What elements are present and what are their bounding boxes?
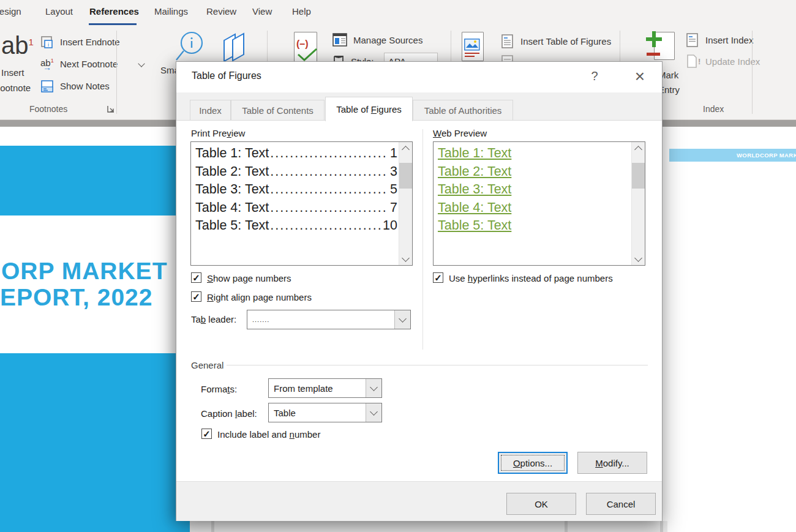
scroll-track[interactable] [632, 154, 645, 163]
options-button[interactable]: Options... [498, 452, 568, 474]
check-icon: ✓ [192, 272, 200, 283]
web-preview-scrollbar[interactable] [631, 142, 645, 265]
tab-view[interactable]: View [252, 6, 272, 17]
footnote-ab-icon: ab1 [1, 32, 34, 59]
smart-lookup-icon [175, 31, 205, 62]
dialog-help-icon[interactable]: ? [585, 69, 604, 83]
svg-text:i: i [48, 42, 49, 48]
tab-mailings[interactable]: Mailings [154, 6, 188, 17]
print-preview-scrollbar[interactable] [399, 142, 412, 265]
checkbox-box: ✓ [191, 272, 201, 283]
chevron-down-icon [399, 315, 407, 323]
print-preview-row: Table 4: Text........................7 [195, 199, 397, 217]
cancel-button[interactable]: Cancel [586, 493, 656, 515]
dropdown-button[interactable] [366, 403, 381, 422]
insert-table-of-figures-button[interactable]: Insert Table of Figures [501, 34, 629, 50]
tab-leader-dropdown[interactable]: ....... [247, 310, 411, 329]
show-page-numbers-checkbox[interactable]: ✓ Show page numbers [191, 272, 344, 285]
preview-divider [422, 129, 423, 350]
update-index-button[interactable]: ! Update Index [686, 54, 784, 70]
dialog-tab-toc-label: Table of Contents [242, 105, 314, 116]
show-page-numbers-label: Show page numbers [207, 273, 291, 283]
caption-label-value: Table [269, 403, 366, 422]
show-notes-button[interactable]: Show Notes [39, 80, 119, 96]
dialog-tab-tof-label: Table of Figures [336, 104, 402, 114]
footnotes-group-label: Footnotes [29, 104, 67, 114]
print-preview-box: Table 1: Text........................1 T… [190, 141, 413, 266]
ok-button-label: OK [535, 499, 548, 509]
table-gridline [565, 521, 568, 532]
tab-layout[interactable]: Layout [45, 6, 73, 17]
general-section-heading: General [191, 360, 223, 370]
chevron-down-icon [370, 408, 378, 416]
print-preview-row: Table 5: Text........................10 [195, 217, 397, 235]
footnotes-dialog-launcher-icon[interactable] [107, 105, 115, 113]
document-table-sliver [190, 521, 667, 532]
dialog-tab-table-of-figures[interactable]: Table of Figures [325, 97, 413, 121]
tab-review[interactable]: Review [206, 6, 236, 17]
dropdown-button[interactable] [366, 379, 381, 397]
scroll-thumb[interactable] [399, 163, 412, 189]
next-footnote-dropdown-chevron-icon[interactable] [138, 60, 145, 67]
scroll-up-button[interactable] [399, 142, 412, 154]
right-align-page-numbers-label: Right align page numbers [207, 292, 312, 302]
index-group-label: Index [703, 104, 724, 114]
insert-endnote-button[interactable]: i Insert Endnote [39, 36, 119, 51]
scroll-track[interactable] [632, 189, 645, 253]
checkbox-box: ✓ [433, 272, 443, 283]
insert-index-label: Insert Index [705, 35, 753, 45]
caption-image-glyph [464, 39, 480, 51]
next-footnote-button[interactable]: ab1 → Next Footnote [39, 58, 119, 73]
dialog-tab-toa-label: Table of Authorities [424, 105, 502, 116]
print-preview-label: Print Preview [191, 128, 245, 138]
scroll-down-button[interactable] [399, 253, 412, 265]
tab-leader-label: Tab leader: [191, 314, 236, 324]
table-of-figures-dialog: Table of Figures ? × Index Table of Cont… [176, 61, 663, 521]
insert-footnote-label2: Footnote [0, 83, 31, 93]
web-preview-link: Table 1: Text [438, 144, 630, 163]
modify-button[interactable]: Modify... [577, 452, 647, 474]
use-hyperlinks-label: Use hyperlinks instead of page numbers [449, 273, 613, 283]
print-preview-row: Table 2: Text........................3 [195, 163, 397, 181]
insert-footnote-button[interactable]: ab1 Insert Footnote [0, 32, 38, 99]
insert-table-of-figures-icon [501, 34, 516, 49]
scroll-up-button[interactable] [632, 142, 645, 154]
tab-help[interactable]: Help [292, 6, 311, 17]
active-tab-underline [89, 23, 137, 25]
modify-button-label: Modify... [595, 458, 629, 468]
tab-design[interactable]: Design [0, 6, 21, 17]
dialog-close-icon[interactable]: × [629, 67, 650, 86]
cover-blue-band-bottom [0, 353, 190, 532]
use-hyperlinks-checkbox[interactable]: ✓ Use hyperlinks instead of page numbers [433, 272, 641, 285]
check-icon: ✓ [203, 429, 211, 440]
web-preview-box: Table 1: Text Table 2: Text Table 3: Tex… [433, 141, 645, 266]
insert-caption-icon [462, 32, 484, 61]
dialog-tab-table-of-authorities[interactable]: Table of Authorities [413, 100, 513, 121]
tab-leader-value: ....... [247, 310, 394, 329]
right-align-page-numbers-checkbox[interactable]: ✓ Right align page numbers [191, 291, 362, 304]
dialog-tab-table-of-contents[interactable]: Table of Contents [231, 100, 325, 121]
check-icon: ✓ [192, 291, 200, 302]
manage-sources-button[interactable]: Manage Sources [332, 33, 437, 49]
formats-dropdown[interactable]: From template [268, 378, 382, 398]
formats-label: Formats: [201, 384, 237, 394]
ok-button[interactable]: OK [506, 493, 576, 515]
chevron-down-icon [402, 254, 410, 262]
researcher-icon[interactable] [219, 32, 249, 62]
insert-table-of-figures-label: Insert Table of Figures [520, 36, 611, 47]
caption-label-dropdown[interactable]: Table [268, 403, 382, 422]
scroll-down-button[interactable] [632, 253, 645, 265]
include-label-and-number-checkbox[interactable]: ✓ Include label and number [201, 429, 361, 441]
scroll-track[interactable] [399, 189, 412, 253]
dialog-tab-index[interactable]: Index [190, 100, 231, 121]
dropdown-button[interactable] [394, 310, 410, 329]
scroll-track[interactable] [399, 154, 412, 163]
web-preview-list: Table 1: Text Table 2: Text Table 3: Tex… [434, 142, 631, 265]
scroll-thumb[interactable] [632, 163, 645, 189]
tab-references[interactable]: References [89, 6, 139, 17]
next-footnote-arrow-icon: → [43, 62, 51, 72]
page-header-band: WORLDCORP MARKE [669, 149, 796, 162]
chevron-up-icon [634, 146, 642, 154]
dialog-titlebar[interactable]: Table of Figures ? × [176, 62, 662, 92]
insert-index-button[interactable]: Insert Index [686, 33, 784, 49]
